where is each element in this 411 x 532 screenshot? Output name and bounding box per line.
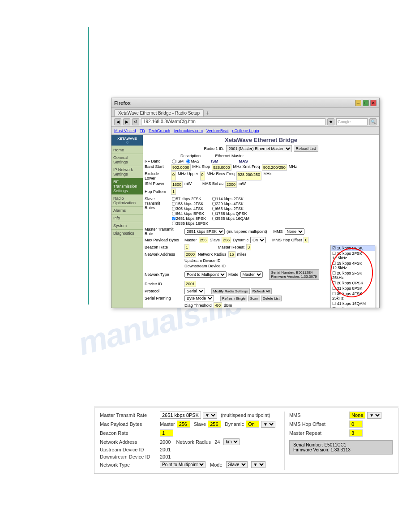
new-tab-button[interactable]: + (206, 109, 209, 116)
mhz-label2: MHz (263, 172, 272, 180)
firmware-detail-row: Firmware Version: 1.33.3113 (293, 447, 389, 452)
sidebar-item-info[interactable]: Info (111, 215, 143, 222)
mms-detail-label: MMS (289, 412, 347, 418)
rate-option-31[interactable]: ☐ 31 kbps 8PSK (331, 286, 375, 291)
network-radius-unit-select[interactable]: km (223, 438, 240, 445)
rf-band-ism[interactable]: ISM (172, 159, 184, 163)
rate-option-51[interactable]: ☐ 51 kbps 32QAM (331, 306, 375, 308)
mhz-upper-value: 0 (200, 172, 205, 180)
rate-option-10-2fsk[interactable]: ☐ 10 kbps 2FSK 12.5kHz (331, 251, 375, 261)
payload-slave: Slave (210, 238, 220, 242)
serial-info-box: Serial Number: E50112E4 Firmware Version… (269, 269, 319, 280)
sidebar-item-radio[interactable]: Radio Optimization (111, 195, 143, 207)
browser-titlebar: Firefox ─ □ ✕ (111, 98, 379, 108)
rate-663[interactable]: 663 kbps 2FSK (212, 206, 250, 211)
browser-window: Firefox ─ □ ✕ XetaWave Ethernet Bridge -… (111, 98, 380, 308)
multispeed-label: (multispeed multipoint) (227, 229, 267, 234)
bookmark-venturebeat[interactable]: VentureBeat (206, 129, 229, 133)
address-bar[interactable] (141, 118, 325, 125)
sidebar-item-system[interactable]: System (111, 222, 143, 230)
master-transmit-label: Master Transmit Rate (145, 227, 183, 236)
protocol-select[interactable]: Serial (184, 288, 205, 294)
bookmark-techrockies[interactable]: techrockies.com (174, 129, 203, 133)
mode-select[interactable]: Master (240, 271, 263, 278)
master-transmit-detail-value: 2651 kbps 8PSK (160, 412, 201, 419)
upstream-device-detail-label: Upstream Device ID (100, 447, 158, 452)
rate-3535a[interactable]: 3535 kbps 16QAM (212, 216, 250, 221)
xw-header: XetaWave Ethernet Bridge (145, 137, 377, 143)
bookmark-techcrunch[interactable]: TechCrunch (149, 129, 170, 133)
multispeed-detail: (multispeed multipoint) (221, 412, 270, 418)
mms-select[interactable]: None (285, 228, 304, 235)
master-transmit-detail-label: Master Transmit Rate (100, 412, 158, 418)
rate-57[interactable]: 57 kbps 2FSK (172, 197, 210, 201)
search-go-button[interactable]: 🔍 (369, 118, 377, 125)
refresh-all-button[interactable]: Refresh All (251, 288, 272, 294)
mms-detail-select[interactable]: ▼ (367, 412, 381, 419)
reload-page-button[interactable]: ↺ (132, 118, 139, 125)
bottom-rule (94, 407, 398, 407)
network-type-select[interactable]: Point to Multipoint (184, 271, 227, 278)
sidebar-item-rf[interactable]: RF Transmission Settings (111, 178, 143, 195)
rates-dropdown: ☑ 10 kbps BPSK ☐ 10 kbps 2FSK 12.5kHz ☐ … (330, 245, 375, 308)
dynamic-select[interactable]: On (250, 237, 266, 243)
rate-option-39[interactable]: ☐ 39 kbps 4FSK 25kHz (331, 291, 375, 301)
rate-305[interactable]: 305 kbps 4FSK (172, 206, 210, 211)
beacon-rate-detail-row: Beacon Rate 1 (100, 429, 275, 437)
bookmark-td[interactable]: TD (140, 129, 145, 133)
xmit-freq-value: 902.200/250 (262, 164, 287, 171)
serial-framing-select[interactable]: Byte Mode (184, 295, 214, 301)
search-input[interactable] (336, 118, 368, 125)
band-start-label: Band Start (145, 164, 169, 171)
modify-radio-button[interactable]: Modify Radio Settings (211, 288, 250, 294)
payload-slave-detail-val: 256 (208, 420, 221, 428)
back-button[interactable]: ◀ (114, 118, 121, 125)
bookmark-ecollege[interactable]: eCollege Login (232, 129, 259, 133)
master-transmit-select[interactable]: 2651 kbps 8PSK (184, 228, 225, 235)
mode-detail-select[interactable]: Slave (226, 461, 248, 468)
recv-freq-value: 928.200/250 (236, 172, 261, 180)
minimize-button[interactable]: ─ (355, 100, 361, 106)
description-label: Description Ethernet Master (180, 154, 244, 158)
forward-button[interactable]: ▶ (123, 118, 130, 125)
rf-band-mas[interactable]: MAS (186, 159, 200, 163)
dynamic-detail-select[interactable]: ▼ (261, 421, 275, 428)
radio-id-select[interactable]: 2001 (Master) Ethernet Master (226, 145, 292, 152)
sidebar-item-alarms[interactable]: Alarms (111, 207, 143, 215)
master-transmit-detail-select[interactable]: ▼ (203, 412, 217, 419)
maximize-button[interactable]: □ (363, 100, 369, 106)
device-id-value: 2001 (184, 281, 196, 287)
mas-bel-value: 2000 (225, 181, 237, 188)
rate-114[interactable]: 114 kbps 2FSK (212, 197, 250, 201)
scan-button[interactable]: Scan (248, 296, 260, 301)
close-button[interactable]: ✕ (370, 100, 377, 106)
rate-664[interactable]: 664 kbps BPSK (172, 211, 210, 216)
sidebar-item-home[interactable]: Home (111, 146, 143, 154)
sidebar-item-diagnostics[interactable]: Diagnostics (111, 230, 143, 237)
sidebar-item-general[interactable]: General Settings (111, 154, 143, 166)
rate-option-19[interactable]: ☐ 19 kbps 4FSK 12.5kHz (331, 261, 375, 270)
rate-option-20-2fsk[interactable]: ☐ 20 kbps 2FSK 25kHz (331, 270, 375, 280)
serial-framing-label: Serial Framing (145, 296, 183, 300)
rate-option-10bpsk[interactable]: ☑ 10 kbps BPSK (331, 245, 375, 251)
rate-153[interactable]: 153 kbps 2FSK (172, 202, 210, 206)
delete-list-button[interactable]: Delete List (261, 296, 282, 301)
beacon-rate-detail-value: 1 (160, 429, 173, 437)
network-address-detail-row: Network Address 2000 Network Radius 24 k… (100, 438, 275, 445)
reload-list-button[interactable]: Reload List (294, 146, 318, 152)
bookmark-button[interactable]: ★ (327, 118, 334, 125)
rate-2651[interactable]: 2651 kbps 8PSK (172, 216, 210, 221)
sidebar-item-ip[interactable]: IP Network Settings (111, 166, 143, 178)
rate-option-20qpsk[interactable]: ☐ 20 kbps QPSK (331, 280, 375, 286)
rate-option-41[interactable]: ☐ 41 kbps 16QAM (331, 301, 375, 306)
bookmark-most-visited[interactable]: Most Visited (114, 129, 136, 133)
mms-hop-label: MMS Hop Offset (272, 238, 302, 242)
rate-229[interactable]: 229 kbps 4FSK (212, 202, 250, 206)
rate-3535b[interactable]: 3535 kbps 16PSK (172, 221, 210, 226)
rate-1758[interactable]: 1758 kbps QPSK (212, 211, 250, 216)
diag-threshold-unit: dBm (224, 303, 232, 308)
mode-detail-select2[interactable]: ▼ (251, 461, 265, 468)
network-type-detail-select[interactable]: Point to Multipoint (160, 461, 206, 468)
refresh-single-button[interactable]: Refresh Single (220, 296, 247, 301)
browser-tab[interactable]: XetaWave Ethernet Bridge - Radio Setup (114, 109, 204, 116)
